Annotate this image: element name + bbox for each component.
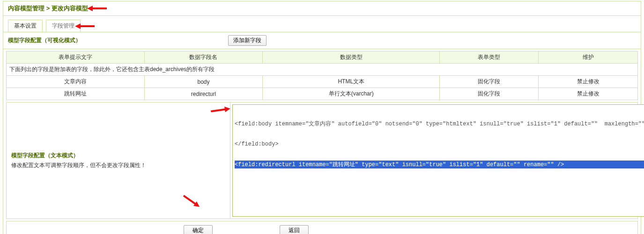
text-mode-title: 模型字段配置（文本模式） (11, 152, 225, 160)
tab-basic[interactable]: 基本设置 (8, 20, 43, 32)
text-mode-editor-wrap: <field:body itemname="文章内容" autofield="0… (230, 102, 644, 219)
ok-button[interactable]: 确定 (184, 225, 213, 234)
tab-fields[interactable]: 字段管理 (46, 20, 81, 32)
cell-dtype: 单行文本(varchar) (263, 88, 440, 100)
breadcrumb-current: 更改内容模型： (52, 5, 94, 12)
tabs: 基本设置 字段管理 (3, 16, 641, 32)
cell-prompt: 跳转网址 (7, 88, 145, 100)
table-note-row: 下面列出的字段是附加表的字段，除此外，它还包含主表dede_archives的所… (7, 64, 638, 76)
table-note: 下面列出的字段是附加表的字段，除此外，它还包含主表dede_archives的所… (7, 64, 638, 76)
cell-field: redirecturl (144, 88, 263, 100)
cell-ftype: 固化字段 (440, 88, 539, 100)
text-mode-desc: 模型字段配置（文本模式） 修改配置文本可调整字段顺序，但不会更改字段属性！ (7, 102, 230, 219)
table-row: 跳转网址 redirecturl 单行文本(varchar) 固化字段 禁止修改 (7, 88, 638, 100)
visual-section-title: 模型字段配置（可视化模式） (8, 37, 228, 44)
code-line: <field:body itemname="文章内容" autofield="0… (235, 120, 644, 128)
cell-field: body (144, 76, 263, 88)
visual-section-header: 模型字段配置（可视化模式） 添加新字段 (3, 32, 641, 49)
col-dtype: 数据类型 (263, 51, 440, 64)
code-line: </field:body> (235, 141, 644, 147)
text-mode-pane: 模型字段配置（文本模式） 修改配置文本可调整字段顺序，但不会更改字段属性！ <f… (6, 102, 638, 219)
col-field: 数据字段名 (144, 51, 263, 64)
fields-table: 表单提示文字 数据字段名 数据类型 表单类型 维护 下面列出的字段是附加表的字段… (6, 51, 638, 100)
breadcrumb-root[interactable]: 内容模型管理 (8, 5, 44, 12)
add-field-button[interactable]: 添加新字段 (228, 35, 266, 46)
code-line-selected: <field:redirecturl itemname="跳转网址" type=… (235, 161, 644, 168)
config-textarea[interactable]: <field:body itemname="文章内容" autofield="0… (232, 104, 644, 217)
cell-dtype: HTML文本 (263, 76, 440, 88)
col-ftype: 表单类型 (440, 51, 539, 64)
cell-maint: 禁止修改 (539, 76, 638, 88)
cell-maint: 禁止修改 (539, 88, 638, 100)
action-bar: 确定 返回 (6, 221, 638, 234)
breadcrumb: 内容模型管理 > 更改内容模型： (3, 1, 641, 16)
main-panel: 内容模型管理 > 更改内容模型： 基本设置 字段管理 模型字段配置（可视化模式）… (3, 1, 641, 234)
cell-prompt: 文章内容 (7, 76, 145, 88)
back-button[interactable]: 返回 (280, 225, 309, 234)
col-prompt: 表单提示文字 (7, 51, 145, 64)
text-mode-note: 修改配置文本可调整字段顺序，但不会更改字段属性！ (11, 161, 225, 169)
col-maint: 维护 (539, 51, 638, 64)
breadcrumb-sep: > (46, 5, 50, 12)
table-row: 文章内容 body HTML文本 固化字段 禁止修改 (7, 76, 638, 88)
cell-ftype: 固化字段 (440, 76, 539, 88)
